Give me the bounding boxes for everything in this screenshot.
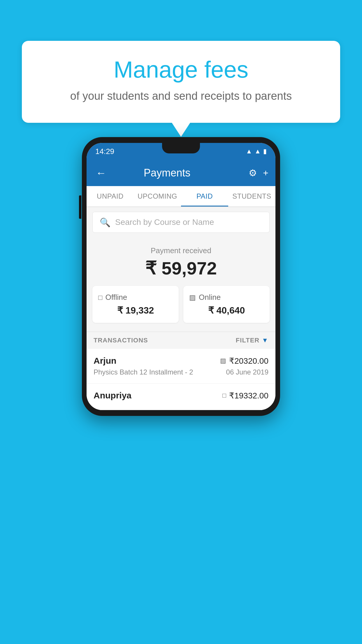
search-icon: 🔍 [100,217,110,228]
tabs-bar: UNPAID UPCOMING PAID STUDENTS [87,186,275,207]
speech-bubble: Manage fees of your students and send re… [22,41,340,123]
status-bar: 14:29 ▲ ▲ ▮ [87,143,275,160]
transaction-amount: ₹19332.00 [229,391,268,400]
transaction-amount-wrap: ▨ ₹20320.00 [220,356,268,366]
transaction-name: Arjun [94,356,116,366]
status-icons: ▲ ▲ ▮ [246,148,267,155]
payment-cards: □ Offline ₹ 19,332 ▨ Online ₹ 40,640 [92,286,270,323]
phone-container: 14:29 ▲ ▲ ▮ ← Payments ⚙ + UNPAID UPCO [82,137,280,416]
page-title: Payments [113,167,221,179]
transaction-name: Anupriya [94,391,131,400]
bubble-subtitle: of your students and send receipts to pa… [39,88,323,104]
online-label: Online [199,293,221,302]
signal-icon: ▲ [254,148,261,155]
filter-icon: ▼ [262,337,268,344]
back-button[interactable]: ← [94,164,109,181]
online-amount: ₹ 40,640 [189,305,264,316]
transaction-course: Physics Batch 12 Installment - 2 [94,368,193,376]
transactions-label: TRANSACTIONS [94,337,148,344]
offline-icon: □ [98,293,103,302]
transaction-row-top: Arjun ▨ ₹20320.00 [94,356,268,366]
phone: 14:29 ▲ ▲ ▮ ← Payments ⚙ + UNPAID UPCO [82,137,280,416]
phone-screen: 14:29 ▲ ▲ ▮ ← Payments ⚙ + UNPAID UPCO [87,143,275,410]
tab-paid[interactable]: PAID [181,186,228,206]
online-card-header: ▨ Online [189,293,264,302]
phone-notch [162,143,200,153]
tab-upcoming[interactable]: UPCOMING [134,186,181,206]
add-button[interactable]: + [263,168,268,178]
offline-label: Offline [106,293,127,302]
transactions-list: Arjun ▨ ₹20320.00 Physics Batch 12 Insta… [87,349,275,410]
payment-type-icon: ▨ [220,357,226,365]
search-bar[interactable]: 🔍 Search by Course or Name [92,212,270,233]
filter-label: FILTER [236,337,259,344]
offline-card-header: □ Offline [98,293,173,302]
transaction-row-bottom: Physics Batch 12 Installment - 2 06 June… [94,368,268,376]
tab-students[interactable]: STUDENTS [228,186,275,206]
table-row[interactable]: Anupriya □ ₹19332.00 [87,384,275,410]
offline-amount: ₹ 19,332 [98,305,173,316]
offline-payment-card: □ Offline ₹ 19,332 [92,286,179,323]
top-bar: ← Payments ⚙ + [87,160,275,186]
table-row[interactable]: Arjun ▨ ₹20320.00 Physics Batch 12 Insta… [87,349,275,384]
online-icon: ▨ [189,293,196,302]
transaction-amount-wrap: □ ₹19332.00 [222,391,268,400]
transactions-header: TRANSACTIONS FILTER ▼ [87,332,275,349]
filter-button[interactable]: FILTER ▼ [236,337,268,344]
payment-total-amount: ₹ 59,972 [92,258,270,279]
battery-icon: ▮ [263,148,267,155]
tab-unpaid[interactable]: UNPAID [87,186,134,206]
payment-received-label: Payment received [92,246,270,255]
transaction-date: 06 June 2019 [226,368,268,376]
top-bar-actions: ⚙ + [249,167,268,178]
payment-summary: Payment received ₹ 59,972 □ Offline ₹ 19… [87,237,275,332]
payment-type-icon: □ [222,392,226,399]
speech-bubble-container: Manage fees of your students and send re… [22,41,340,123]
search-input[interactable]: Search by Course or Name [115,218,214,227]
search-container: 🔍 Search by Course or Name [87,207,275,237]
transaction-amount: ₹20320.00 [229,356,268,366]
bubble-title: Manage fees [39,57,323,83]
wifi-icon: ▲ [246,148,252,155]
settings-button[interactable]: ⚙ [249,167,257,178]
transaction-row-top: Anupriya □ ₹19332.00 [94,391,268,400]
online-payment-card: ▨ Online ₹ 40,640 [183,286,270,323]
status-time: 14:29 [95,147,114,156]
